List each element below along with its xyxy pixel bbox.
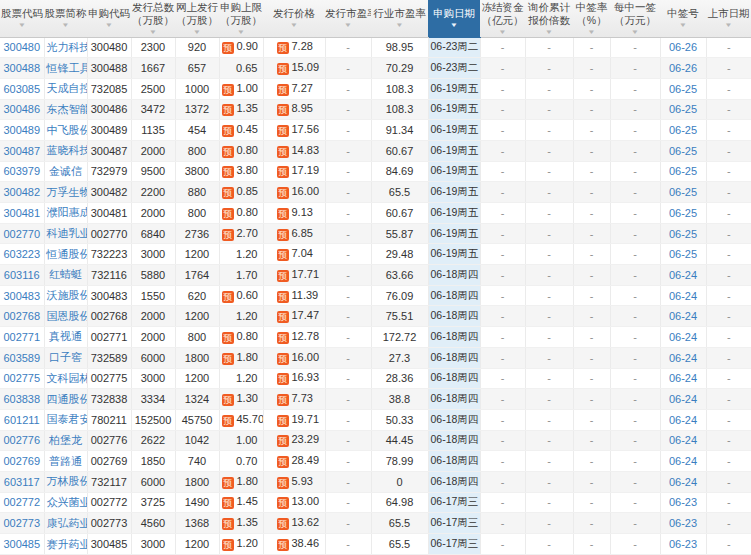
col-header-issue_pe[interactable]: 发行市盈率▼: [325, 0, 371, 37]
cell-code[interactable]: 002775: [0, 368, 44, 389]
stock-code-link[interactable]: 603589: [3, 352, 40, 364]
col-header-win_rate[interactable]: 中签率（%）▼: [573, 0, 610, 37]
stock-name-link[interactable]: 科迪乳业: [47, 227, 88, 239]
col-header-total[interactable]: 发行总数（万股）▼: [131, 0, 175, 37]
lot-number-link[interactable]: 06-24: [669, 352, 697, 364]
cell-code[interactable]: 300480: [0, 37, 44, 58]
cell-code[interactable]: 603117: [0, 471, 44, 492]
cell-name[interactable]: 真视通: [44, 327, 87, 348]
cell-code[interactable]: 300482: [0, 182, 44, 203]
cell-name[interactable]: 四通股份: [44, 389, 87, 410]
stock-code-link[interactable]: 603223: [3, 248, 40, 260]
cell-code[interactable]: 603838: [0, 389, 44, 410]
cell-code[interactable]: 603979: [0, 161, 44, 182]
stock-name-link[interactable]: 光力科技: [47, 41, 88, 53]
cell-code[interactable]: 603589: [0, 347, 44, 368]
stock-code-link[interactable]: 603979: [3, 165, 40, 177]
col-header-inquiry[interactable]: 询价累计报价倍数▼: [525, 0, 573, 37]
cell-lot_no[interactable]: 06-25: [660, 182, 706, 203]
stock-code-link[interactable]: 300483: [3, 290, 40, 302]
stock-name-link[interactable]: 天成自控: [47, 82, 88, 94]
cell-code[interactable]: 300487: [0, 140, 44, 161]
lot-number-link[interactable]: 06-25: [669, 83, 697, 95]
cell-code[interactable]: 002773: [0, 513, 44, 534]
stock-name-link[interactable]: 濮阳惠成: [47, 206, 88, 218]
stock-name-link[interactable]: 恒通股份: [47, 248, 88, 260]
col-header-code[interactable]: 股票代码▼: [0, 0, 44, 37]
stock-name-link[interactable]: 金诚信: [49, 165, 82, 177]
cell-lot_no[interactable]: 06-24: [660, 347, 706, 368]
cell-name[interactable]: 沃施股份: [44, 285, 87, 306]
col-header-frozen[interactable]: 冻结资金（亿元）▼: [480, 0, 525, 37]
cell-name[interactable]: 恒通股份: [44, 244, 87, 265]
cell-lot_no[interactable]: 06-25: [660, 140, 706, 161]
col-header-online[interactable]: 网上发行（万股）▼: [175, 0, 219, 37]
lot-number-link[interactable]: 06-25: [669, 103, 697, 115]
cell-code[interactable]: 601211: [0, 409, 44, 430]
cell-lot_no[interactable]: 06-25: [660, 244, 706, 265]
cell-code[interactable]: 300485: [0, 534, 44, 555]
cell-lot_no[interactable]: 06-23: [660, 492, 706, 513]
cell-lot_no[interactable]: 06-23: [660, 534, 706, 555]
col-header-per_lot[interactable]: 每中一签（万元）▼: [610, 0, 660, 37]
cell-name[interactable]: 赛升药业: [44, 534, 87, 555]
lot-number-link[interactable]: 06-26: [669, 41, 697, 53]
cell-lot_no[interactable]: 06-24: [660, 451, 706, 472]
stock-name-link[interactable]: 恒锋工具: [47, 62, 88, 74]
stock-code-link[interactable]: 300481: [3, 207, 40, 219]
cell-code[interactable]: 603085: [0, 78, 44, 99]
lot-number-link[interactable]: 06-25: [669, 145, 697, 157]
stock-code-link[interactable]: 002771: [3, 331, 40, 343]
lot-number-link[interactable]: 06-24: [669, 414, 697, 426]
cell-name[interactable]: 国泰君安: [44, 409, 87, 430]
stock-code-link[interactable]: 603117: [4, 476, 40, 488]
cell-name[interactable]: 万孚生物: [44, 182, 87, 203]
lot-number-link[interactable]: 06-23: [669, 538, 697, 550]
cell-code[interactable]: 300481: [0, 203, 44, 224]
cell-lot_no[interactable]: 06-26: [660, 58, 706, 79]
cell-code[interactable]: 002772: [0, 492, 44, 513]
col-header-name[interactable]: 股票简称▼: [44, 0, 87, 37]
stock-name-link[interactable]: 万孚生物: [47, 186, 88, 198]
stock-code-link[interactable]: 300485: [3, 538, 40, 550]
cell-name[interactable]: 国恩股份: [44, 306, 87, 327]
stock-name-link[interactable]: 蓝晓科技: [47, 144, 88, 156]
cell-lot_no[interactable]: 06-25: [660, 78, 706, 99]
lot-number-link[interactable]: 06-23: [669, 517, 697, 529]
cell-lot_no[interactable]: 06-24: [660, 265, 706, 286]
lot-number-link[interactable]: 06-24: [669, 455, 697, 467]
cell-name[interactable]: 文科园林: [44, 368, 87, 389]
lot-number-link[interactable]: 06-24: [669, 331, 697, 343]
cell-lot_no[interactable]: 06-25: [660, 99, 706, 120]
cell-name[interactable]: 濮阳惠成: [44, 203, 87, 224]
stock-name-link[interactable]: 万林股份: [47, 475, 88, 487]
cell-name[interactable]: 口子窖: [44, 347, 87, 368]
stock-code-link[interactable]: 300480: [3, 41, 40, 53]
stock-code-link[interactable]: 601211: [4, 414, 40, 426]
stock-name-link[interactable]: 文科园林: [47, 372, 88, 384]
cell-name[interactable]: 科迪乳业: [44, 223, 87, 244]
stock-code-link[interactable]: 002773: [3, 517, 40, 529]
stock-name-link[interactable]: 国泰君安: [47, 413, 88, 425]
stock-code-link[interactable]: 300486: [3, 103, 40, 115]
cell-lot_no[interactable]: 06-25: [660, 161, 706, 182]
lot-number-link[interactable]: 06-24: [669, 290, 697, 302]
cell-lot_no[interactable]: 06-26: [660, 37, 706, 58]
cell-code[interactable]: 002770: [0, 223, 44, 244]
cell-lot_no[interactable]: 06-23: [660, 513, 706, 534]
cell-name[interactable]: 中飞股份: [44, 120, 87, 141]
col-header-sub_code[interactable]: 申购代码▼: [87, 0, 131, 37]
cell-name[interactable]: 普路通: [44, 451, 87, 472]
cell-lot_no[interactable]: 06-25: [660, 223, 706, 244]
cell-name[interactable]: 恒锋工具: [44, 58, 87, 79]
cell-code[interactable]: 002771: [0, 327, 44, 348]
cell-name[interactable]: 柏堡龙: [44, 430, 87, 451]
cell-lot_no[interactable]: 06-24: [660, 430, 706, 451]
col-header-lot_no[interactable]: 中签号▼: [660, 0, 706, 37]
stock-name-link[interactable]: 东杰智能: [47, 103, 88, 115]
cell-code[interactable]: 002769: [0, 451, 44, 472]
stock-code-link[interactable]: 002775: [3, 372, 40, 384]
lot-number-link[interactable]: 06-24: [669, 476, 697, 488]
stock-name-link[interactable]: 国恩股份: [47, 310, 88, 322]
cell-lot_no[interactable]: 06-24: [660, 409, 706, 430]
